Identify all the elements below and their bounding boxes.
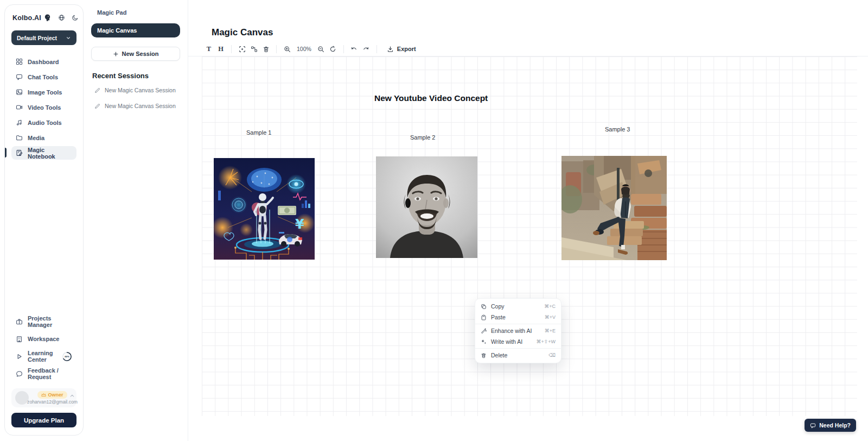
sidebar-item-image-tools[interactable]: Image Tools [11,85,76,99]
ruins-illustration [561,156,667,260]
sample-2-label[interactable]: Sample 2 [410,134,435,141]
export-label: Export [397,46,416,52]
zoom-in-button[interactable] [281,43,293,55]
chat-icon [16,73,23,80]
recent-sessions-title: Recent Sessions [91,72,180,80]
sidebar-item-label: Dashboard [28,59,59,65]
panel-item-magic-pad[interactable]: Magic Pad [91,7,180,18]
new-session-button[interactable]: New Session [91,47,180,61]
sidebar-item-feedback[interactable]: Feedback / Request [11,367,76,381]
sidebar-item-video-tools[interactable]: Video Tools [11,100,76,114]
sample-1-image[interactable]: ¥ [214,158,315,260]
sidebar-item-audio-tools[interactable]: Audio Tools [11,116,76,129]
building-icon [16,336,23,343]
zoom-level: 100% [297,46,311,52]
moon-icon [72,14,79,21]
sidebar-item-label: Media [28,135,44,141]
sidebar-item-label: Learning Center [28,350,57,363]
sidebar-item-projects-manager[interactable]: Projects Manager [11,314,76,329]
sample-2-image[interactable] [376,156,477,258]
dark-mode-button[interactable] [72,14,79,21]
sidebar-item-magic-notebook[interactable]: Magic Notebook [11,146,76,160]
canvas-heading[interactable]: New Youtube Video Concept [374,93,488,103]
language-globe-button[interactable] [58,14,65,21]
sidebar-item-label: Magic Notebook [28,147,72,160]
image-icon [16,89,23,96]
plus-icon [113,51,119,57]
sparkles-icon [481,339,487,345]
context-menu: Copy ⌘+C Paste ⌘+V Enhance with AI ⌘+E W… [475,298,561,363]
menu-item-label: Write with AI [491,338,522,345]
chevron-down-icon [66,35,71,41]
connector-tool-button[interactable] [248,43,260,55]
redo-icon [362,46,369,53]
sidebar-item-media[interactable]: Media [11,131,76,144]
sidebar-item-chat-tools[interactable]: Chat Tools [11,70,76,84]
brain-head-icon [43,14,52,22]
heading-tool-button[interactable]: H [215,43,227,55]
menu-item-copy[interactable]: Copy ⌘+C [475,301,561,312]
menu-item-shortcut: ⌫ [548,352,556,358]
sample-1-label[interactable]: Sample 1 [246,129,271,136]
user-account-card[interactable]: Owner zoharvan12@gmail.com [11,388,76,407]
zoom-out-button[interactable] [315,43,327,55]
briefcase-icon [16,318,23,325]
sidebar-item-workspace[interactable]: Workspace [11,332,76,346]
session-list-item[interactable]: New Magic Canvas Session [91,85,180,96]
project-selector[interactable]: Default Project [11,30,76,45]
paste-icon [481,314,487,320]
page-title: Magic Canvas [212,27,273,38]
ai-robot-illustration: ¥ [214,158,315,260]
sidebar-item-learning-center[interactable]: Learning Center 66% [11,349,76,363]
pencil-icon [94,87,100,93]
menu-item-label: Paste [491,314,506,320]
undo-button[interactable] [348,43,360,55]
notebook-icon [16,149,23,156]
sidebar-item-dashboard[interactable]: Dashboard [11,55,76,68]
sidebar: Kolbo.AI Default Project Dashboard Chat … [4,4,84,436]
new-session-label: New Session [122,51,159,57]
magic-canvas-grid[interactable]: New Youtube Video Concept Sample 1 Sampl… [202,56,857,416]
need-help-button[interactable]: Need Help? [805,419,856,432]
menu-item-label: Copy [491,303,505,310]
text-tool-button[interactable]: T [203,43,215,55]
menu-item-shortcut: ⌘+C [544,304,556,309]
redo-button[interactable] [360,43,372,55]
undo-icon [350,46,358,53]
magic-wand-icon [481,328,487,334]
menu-item-shortcut: ⌘+E [545,328,556,333]
sidebar-item-label: Feedback / Request [28,367,72,380]
sidebar-nav: Dashboard Chat Tools Image Tools Video T… [11,55,76,160]
session-item-label: New Magic Canvas Session [105,87,176,93]
feedback-bubble-icon [16,370,23,377]
menu-item-delete[interactable]: Delete ⌫ [475,350,561,361]
toolbar-divider [276,45,277,53]
portrait-illustration [376,156,477,258]
help-chat-icon [810,423,816,429]
need-help-label: Need Help? [819,422,851,429]
reset-view-button[interactable] [327,43,339,55]
rotate-icon [329,46,336,53]
crown-icon [41,393,46,397]
toolbar-divider [343,45,344,53]
session-item-label: New Magic Canvas Session [105,103,176,109]
heading-tool-glyph: H [218,45,224,53]
delete-tool-button[interactable] [260,43,272,55]
panel-item-magic-canvas[interactable]: Magic Canvas [91,23,180,37]
svg-text:¥: ¥ [295,217,304,232]
sample-3-label[interactable]: Sample 3 [605,126,630,133]
menu-item-paste[interactable]: Paste ⌘+V [475,312,561,323]
brand-logo: Kolbo.AI [12,14,41,22]
menu-item-write-with-ai[interactable]: Write with AI ⌘+⇧+W [475,336,561,347]
connector-icon [251,46,258,53]
ai-select-tool-button[interactable] [236,43,248,55]
dashboard-icon [16,58,23,65]
menu-item-enhance-with-ai[interactable]: Enhance with AI ⌘+E [475,325,561,336]
upgrade-plan-button[interactable]: Upgrade Plan [11,413,76,427]
sidebar-item-label: Video Tools [28,104,61,111]
sidebar-spacer [11,160,76,314]
export-button[interactable]: Export [384,45,419,53]
sample-3-image[interactable] [561,156,667,260]
session-list-item[interactable]: New Magic Canvas Session [91,100,180,111]
ai-select-icon [239,46,246,53]
